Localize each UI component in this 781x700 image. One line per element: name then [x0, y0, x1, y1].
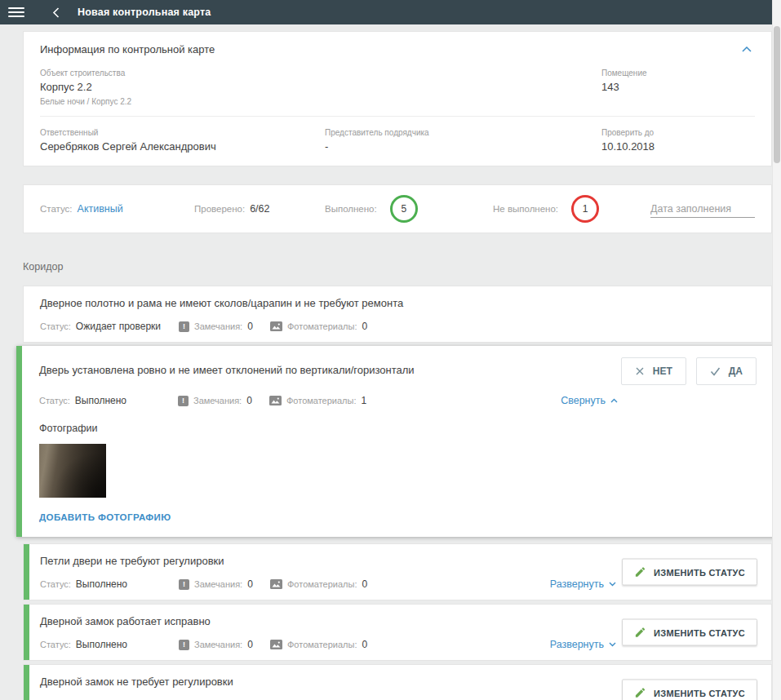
remarks-label: Замечания:: [194, 640, 242, 649]
checklist-item-2-expanded: Дверь установлена ровно и не имеет откло…: [16, 346, 779, 537]
photos-count: 0: [362, 578, 368, 590]
remarks-count: 0: [246, 395, 252, 406]
collapse-item-link[interactable]: Свернуть: [561, 395, 618, 406]
section-title: Коридор: [23, 261, 772, 272]
expanded-item-header: Дверь установлена ровно и не имеет откло…: [39, 357, 757, 385]
photos-count: 0: [362, 639, 368, 650]
remarks-icon: !: [179, 321, 189, 332]
vertical-scrollbar[interactable]: [772, 0, 781, 700]
checklist-item-4: Дверной замок работает исправно Статус: …: [23, 604, 772, 661]
done-label: Выполнено:: [325, 204, 377, 214]
expand-item-link[interactable]: Развернуть: [550, 639, 616, 650]
done-group: Выполнено: 5: [325, 195, 418, 223]
responsible-value: Серебряков Сергей Александрович: [40, 140, 325, 153]
item-status-group: Статус: Выполнено: [39, 395, 178, 406]
remarks-group: ! Замечания: 0: [179, 639, 270, 650]
answer-no-button[interactable]: НЕТ: [621, 357, 686, 385]
item-status-group: Статус: Выполнено: [40, 578, 179, 590]
item-status-group: Статус: Выполнено: [40, 639, 179, 650]
checklist-item-title: Дверное полотно и рама не имеют сколов/ц…: [40, 297, 755, 309]
card-status-value[interactable]: Активный: [78, 203, 123, 215]
remarks-count: 0: [247, 578, 253, 590]
change-status-button[interactable]: ИЗМЕНИТЬ СТАТУС: [622, 559, 757, 586]
construction-object-value: Корпус 2.2: [40, 81, 601, 93]
remarks-label: Замечания:: [194, 579, 242, 589]
checklist-item-3: Петли двери не требуют регулировки Стату…: [23, 543, 772, 600]
change-status-button[interactable]: ИЗМЕНИТЬ СТАТУС: [622, 680, 757, 700]
back-button[interactable]: [52, 7, 60, 18]
remarks-count: 0: [247, 321, 253, 332]
remarks-label: Замечания:: [193, 396, 242, 405]
expand-link-label: Развернуть: [550, 578, 604, 590]
not-done-group: Не выполнено: 1: [493, 195, 599, 223]
photos-group: Фотоматериалы: 0: [270, 639, 367, 650]
status-value: Выполнено: [76, 578, 127, 590]
status-color-bar: [16, 346, 22, 537]
checklist-item-title: Дверь установлена ровно и не имеет откло…: [39, 357, 621, 376]
chevron-up-icon: [610, 398, 618, 403]
responsible-label: Ответственный: [40, 128, 325, 137]
status-label: Статус:: [39, 396, 70, 405]
info-card: Информация по контрольной карте Объект с…: [23, 31, 772, 166]
check-by-value: 10.10.2018: [601, 140, 755, 153]
expand-item-link[interactable]: Развернуть: [550, 578, 616, 590]
info-row-2: Ответственный Серебряков Сергей Александ…: [40, 128, 755, 153]
scroll-content: Информация по контрольной карте Объект с…: [0, 24, 781, 700]
photos-count: 1: [362, 395, 367, 406]
remarks-group: ! Замечания: 0: [178, 395, 269, 406]
divider: [40, 116, 755, 117]
checked-value: 6/62: [250, 203, 269, 215]
status-label: Статус:: [40, 579, 71, 589]
photos-group: Фотоматериалы: 0: [270, 578, 367, 590]
remarks-count: 0: [247, 639, 253, 650]
photo-icon: [269, 396, 282, 405]
status-color-bar: [24, 544, 29, 600]
room-field: Помещение 143: [601, 69, 755, 106]
info-card-header: Информация по контрольной карте: [40, 40, 755, 57]
not-done-label: Не выполнено:: [493, 204, 558, 214]
photos-count: 0: [362, 321, 368, 332]
photos-label: Фотоматериалы:: [287, 579, 357, 589]
status-color-bar: [24, 665, 29, 700]
menu-icon[interactable]: [8, 5, 24, 20]
fill-date-input[interactable]: [650, 200, 755, 218]
check-by-field: Проверить до 10.10.2018: [601, 128, 755, 153]
change-status-label: ИЗМЕНИТЬ СТАТУС: [654, 627, 745, 637]
photos-label: Фотоматериалы:: [287, 321, 357, 331]
chevron-down-icon: [609, 642, 616, 647]
checked-label: Проверено:: [194, 204, 245, 214]
pencil-icon: [634, 687, 646, 699]
add-photo-button[interactable]: ДОБАВИТЬ ФОТОГРАФИЮ: [39, 512, 171, 522]
remarks-group: ! Замечания: 0: [179, 578, 270, 590]
contractor-field: Представитель подрядчика -: [325, 128, 601, 153]
scrollbar-thumb[interactable]: [774, 26, 780, 163]
photo-icon: [270, 640, 282, 649]
checklist-item-5: Дверной замок не требует регулировки Ста…: [23, 664, 772, 700]
item-meta-row: Статус: Выполнено ! Замечания: 0 Фотомат…: [39, 395, 757, 406]
change-status-button[interactable]: ИЗМЕНИТЬ СТАТУС: [622, 619, 757, 646]
photos-group: Фотоматериалы: 0: [270, 321, 367, 332]
photo-thumbnail[interactable]: [39, 444, 106, 498]
card-status-group: Статус: Активный: [40, 203, 123, 215]
contractor-label: Представитель подрядчика: [325, 128, 601, 137]
room-label: Помещение: [601, 69, 755, 78]
status-label: Статус:: [40, 640, 71, 649]
not-done-count-ring: 1: [571, 195, 599, 223]
photos-label: Фотоматериалы:: [286, 396, 357, 405]
app-bar: Новая контрольная карта: [0, 0, 781, 24]
checked-group: Проверено: 6/62: [194, 203, 270, 215]
page-title: Новая контрольная карта: [78, 7, 211, 18]
expand-link-label: Развернуть: [550, 639, 604, 650]
remarks-group: ! Замечания: 0: [179, 321, 270, 332]
answer-yes-button[interactable]: ДА: [696, 357, 757, 385]
photos-group: Фотоматериалы: 1: [269, 395, 366, 406]
remarks-icon: !: [179, 579, 189, 590]
collapse-card-button[interactable]: [739, 45, 755, 54]
x-icon: [635, 366, 645, 376]
change-status-label: ИЗМЕНИТЬ СТАТУС: [654, 688, 745, 698]
status-label: Статус:: [40, 321, 71, 331]
fill-date-group: [650, 200, 755, 218]
construction-object-label: Объект строительства: [40, 69, 601, 78]
chevron-left-icon: [52, 7, 60, 18]
construction-object-path: Белые ночи / Корпус 2.2: [40, 97, 601, 106]
